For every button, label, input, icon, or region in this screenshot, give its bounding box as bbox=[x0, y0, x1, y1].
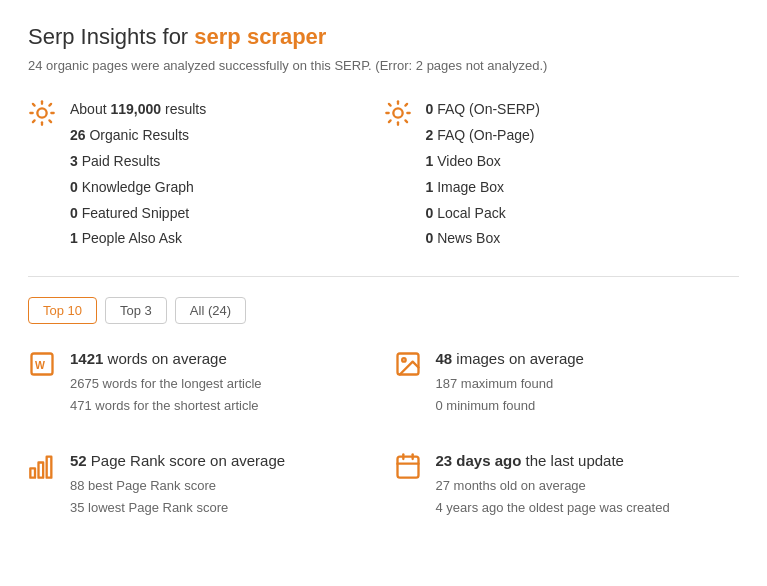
words-sub: 2675 words for the longest article471 wo… bbox=[70, 373, 262, 417]
svg-line-13 bbox=[405, 120, 407, 122]
svg-rect-23 bbox=[39, 462, 44, 477]
stats-section: About 119,000 results 26 Organic Results… bbox=[28, 97, 739, 252]
metric-date: 23 days ago the last update 27 months ol… bbox=[394, 450, 740, 519]
stat-knowledge: 0 Knowledge Graph bbox=[70, 175, 206, 201]
date-sub: 27 months old on average4 years ago the … bbox=[436, 475, 670, 519]
pagerank-title: 52 Page Rank score on average bbox=[70, 450, 285, 471]
stat-news: 0 News Box bbox=[426, 226, 540, 252]
metric-words: W 1421 words on average 2675 words for t… bbox=[28, 348, 374, 417]
stat-results: About 119,000 results bbox=[70, 97, 206, 123]
stat-video: 1 Video Box bbox=[426, 149, 540, 175]
page-title: Serp Insights for serp scraper bbox=[28, 24, 739, 50]
pagerank-sub: 88 best Page Rank score35 lowest Page Ra… bbox=[70, 475, 285, 519]
lightbulb-icon-right bbox=[384, 99, 412, 133]
metric-pagerank: 52 Page Rank score on average 88 best Pa… bbox=[28, 450, 374, 519]
images-sub: 187 maximum found0 minimum found bbox=[436, 373, 584, 417]
filter-top10[interactable]: Top 10 bbox=[28, 297, 97, 324]
metrics-grid: W 1421 words on average 2675 words for t… bbox=[28, 348, 739, 518]
svg-line-4 bbox=[49, 120, 51, 122]
svg-rect-24 bbox=[47, 456, 52, 477]
svg-line-17 bbox=[405, 104, 407, 106]
stats-col-right: 0 FAQ (On-SERP) 2 FAQ (On-Page) 1 Video … bbox=[384, 97, 740, 252]
svg-line-7 bbox=[33, 120, 35, 122]
words-icon: W bbox=[28, 350, 56, 385]
words-title: 1421 words on average bbox=[70, 348, 262, 369]
svg-rect-25 bbox=[397, 456, 418, 477]
stats-col-left: About 119,000 results 26 Organic Results… bbox=[28, 97, 384, 252]
stats-list-left: About 119,000 results 26 Organic Results… bbox=[70, 97, 206, 252]
stat-organic: 26 Organic Results bbox=[70, 123, 206, 149]
metric-images: 48 images on average 187 maximum found0 … bbox=[394, 348, 740, 417]
title-static: Serp Insights for bbox=[28, 24, 194, 49]
pagerank-icon bbox=[28, 452, 56, 487]
lightbulb-icon-left bbox=[28, 99, 56, 133]
calendar-icon bbox=[394, 452, 422, 487]
svg-point-9 bbox=[393, 108, 402, 117]
stat-featured: 0 Featured Snippet bbox=[70, 201, 206, 227]
filter-top3[interactable]: Top 3 bbox=[105, 297, 167, 324]
keyword-highlight: serp scraper bbox=[194, 24, 326, 49]
stats-list-right: 0 FAQ (On-SERP) 2 FAQ (On-Page) 1 Video … bbox=[426, 97, 540, 252]
stat-paa: 1 People Also Ask bbox=[70, 226, 206, 252]
stat-faq-serp: 0 FAQ (On-SERP) bbox=[426, 97, 540, 123]
date-title: 23 days ago the last update bbox=[436, 450, 670, 471]
stat-faq-page: 2 FAQ (On-Page) bbox=[426, 123, 540, 149]
svg-point-21 bbox=[402, 359, 406, 363]
svg-line-16 bbox=[388, 120, 390, 122]
divider bbox=[28, 276, 739, 277]
svg-line-3 bbox=[33, 104, 35, 106]
stat-image: 1 Image Box bbox=[426, 175, 540, 201]
images-icon bbox=[394, 350, 422, 385]
svg-line-8 bbox=[49, 104, 51, 106]
stat-local: 0 Local Pack bbox=[426, 201, 540, 227]
svg-line-12 bbox=[388, 104, 390, 106]
svg-rect-22 bbox=[30, 468, 35, 477]
svg-point-0 bbox=[37, 108, 46, 117]
filter-buttons: Top 10 Top 3 All (24) bbox=[28, 297, 739, 324]
images-title: 48 images on average bbox=[436, 348, 584, 369]
stat-paid: 3 Paid Results bbox=[70, 149, 206, 175]
subtitle: 24 organic pages were analyzed successfu… bbox=[28, 58, 739, 73]
svg-text:W: W bbox=[35, 359, 45, 371]
filter-all[interactable]: All (24) bbox=[175, 297, 246, 324]
